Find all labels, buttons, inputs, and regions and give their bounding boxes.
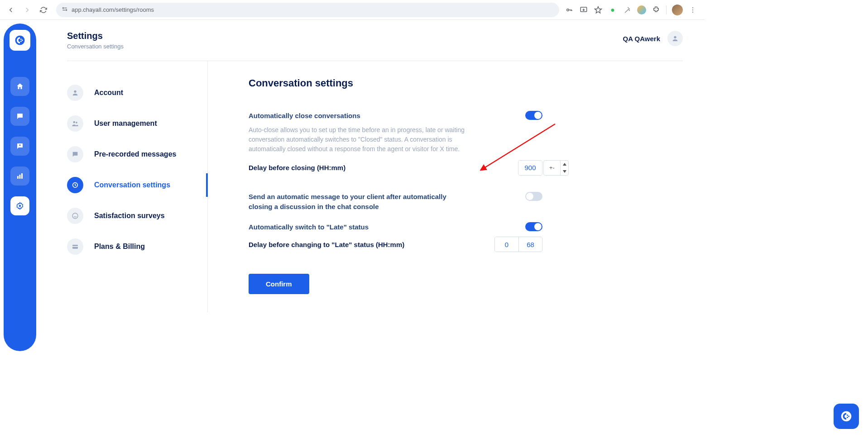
app-sidebar — [0, 20, 40, 355]
svg-point-20 — [72, 213, 78, 219]
svg-point-10 — [20, 41, 22, 42]
settings-nav[interactable] — [10, 196, 29, 215]
body-title: Conversation settings — [249, 77, 542, 89]
auto-msg-toggle[interactable] — [525, 192, 542, 201]
delay-late-mm-input[interactable] — [518, 237, 542, 252]
page-title: Settings — [67, 31, 124, 41]
delay-close-label: Delay before closing (HH:mm) — [249, 164, 345, 171]
snav-label: Pre-recorded messages — [94, 150, 176, 158]
svg-rect-11 — [17, 176, 19, 179]
delay-late-label: Delay before changing to "Late" status (… — [249, 241, 404, 248]
ext-2-icon[interactable] — [623, 5, 632, 14]
svg-point-16 — [74, 90, 76, 93]
svg-point-7 — [15, 36, 25, 45]
message-icon — [67, 146, 83, 162]
ext-3-icon[interactable] — [637, 5, 646, 14]
url-text: app.chayall.com/settings/rooms — [72, 6, 154, 13]
spinner-down-icon[interactable] — [561, 168, 568, 175]
star-icon[interactable] — [594, 5, 603, 14]
snav-conversation-settings[interactable]: Conversation settings — [67, 170, 207, 200]
snav-satisfaction[interactable]: Satisfaction surveys — [67, 200, 207, 231]
back-button[interactable] — [4, 3, 18, 17]
auto-close-desc: Auto-close allows you to set up the time… — [249, 125, 466, 154]
spinner-up-icon[interactable] — [561, 161, 568, 168]
svg-point-9 — [22, 40, 23, 41]
snav-label: Account — [94, 89, 123, 97]
key-icon[interactable] — [565, 5, 574, 14]
person-icon — [67, 85, 83, 101]
settings-sidebar: Account User management Pre-recorded mes… — [67, 61, 207, 312]
svg-point-8 — [20, 38, 22, 40]
user-name: QA QAwerk — [623, 35, 660, 43]
svg-point-18 — [76, 122, 77, 124]
snav-plans-billing[interactable]: Plans & Billing — [67, 231, 207, 262]
svg-point-14 — [19, 205, 21, 207]
snav-label: User management — [94, 119, 157, 128]
svg-point-2 — [567, 9, 569, 11]
reload-button[interactable] — [36, 3, 51, 17]
divider — [666, 5, 667, 14]
snav-user-management[interactable]: User management — [67, 108, 207, 139]
spinner-pm: +- — [544, 164, 560, 171]
extensions-icon[interactable] — [652, 5, 661, 14]
chat-nav[interactable] — [10, 107, 29, 126]
new-chat-nav[interactable] — [10, 137, 29, 156]
user-avatar[interactable] — [667, 31, 683, 46]
svg-point-0 — [62, 8, 63, 9]
forward-button[interactable] — [20, 3, 34, 17]
auto-close-label: Automatically close conversations — [249, 111, 360, 121]
svg-rect-13 — [21, 173, 23, 179]
snav-label: Plans & Billing — [94, 243, 145, 251]
auto-msg-label: Send an automatic message to your client… — [249, 192, 457, 212]
install-icon[interactable] — [579, 5, 588, 14]
site-settings-icon[interactable] — [62, 6, 68, 14]
late-toggle[interactable] — [525, 222, 542, 231]
page-subtitle: Conversation settings — [67, 43, 124, 50]
late-label: Automatically switch to "Late" status — [249, 222, 369, 232]
delay-close-hh-input[interactable] — [518, 161, 542, 175]
menu-icon[interactable] — [688, 5, 697, 14]
svg-point-6 — [692, 11, 693, 12]
people-icon — [67, 115, 83, 132]
address-bar[interactable]: app.chayall.com/settings/rooms — [56, 3, 559, 17]
svg-point-17 — [73, 121, 76, 124]
svg-point-1 — [66, 10, 67, 10]
number-spinner[interactable]: +- — [543, 160, 569, 176]
auto-close-toggle[interactable] — [525, 111, 542, 120]
ext-1-icon[interactable]: ● — [608, 5, 617, 14]
confirm-button[interactable]: Confirm — [249, 274, 309, 294]
profile-avatar[interactable] — [672, 5, 683, 15]
snav-label: Conversation settings — [94, 181, 170, 189]
svg-point-4 — [692, 7, 693, 8]
delay-late-hh-input[interactable] — [495, 237, 518, 252]
snav-label: Satisfaction surveys — [94, 212, 165, 220]
snav-prerecorded[interactable]: Pre-recorded messages — [67, 139, 207, 170]
stats-nav[interactable] — [10, 167, 29, 186]
app-logo[interactable] — [10, 30, 30, 51]
smile-icon — [67, 208, 83, 224]
svg-point-15 — [674, 36, 676, 38]
browser-toolbar: app.chayall.com/settings/rooms ● — [0, 0, 705, 20]
snav-account[interactable]: Account — [67, 77, 207, 108]
wallet-icon — [67, 238, 83, 255]
extension-icons: ● — [565, 5, 701, 15]
home-nav[interactable] — [10, 77, 29, 96]
clock-icon — [67, 177, 83, 193]
svg-rect-22 — [72, 246, 78, 247]
svg-point-5 — [692, 10, 693, 10]
svg-rect-12 — [19, 175, 21, 179]
